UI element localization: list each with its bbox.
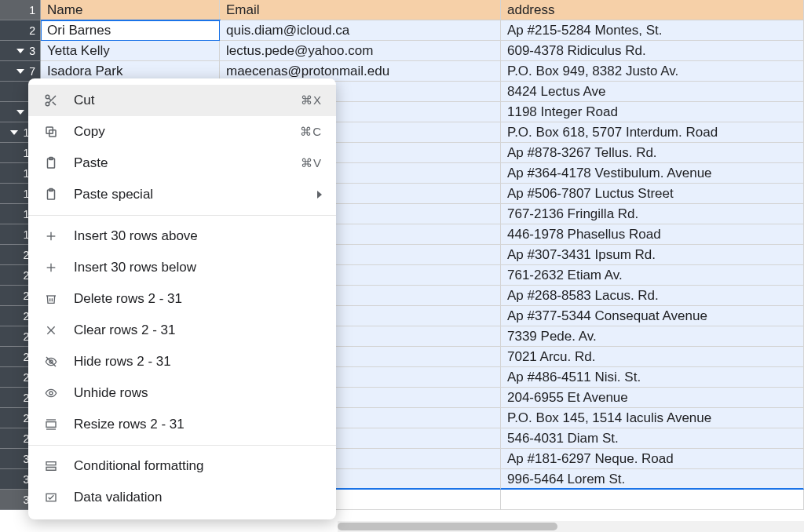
menu-item-label: Cut [74, 93, 301, 108]
cell-address[interactable]: 996-5464 Lorem St. [501, 469, 804, 490]
menu-item-label: Copy [74, 124, 300, 140]
menu-item-label: Unhide rows [74, 385, 322, 401]
svg-rect-22 [46, 422, 56, 428]
menu-resize-rows[interactable]: Resize rows 2 - 31 [28, 409, 336, 440]
cell[interactable] [501, 490, 804, 510]
cell-address[interactable]: 767-2136 Fringilla Rd. [501, 204, 804, 224]
group-toggle-icon[interactable] [16, 49, 24, 53]
menu-paste-special[interactable]: Paste special [28, 179, 336, 210]
cell-address[interactable]: 1198 Integer Road [501, 102, 804, 122]
cell-address[interactable]: 546-4031 Diam St. [501, 428, 804, 449]
shortcut-text: ⌘X [301, 93, 322, 107]
menu-item-label: Paste [74, 155, 301, 171]
menu-cut[interactable]: Cut ⌘X [28, 85, 336, 116]
cut-icon [42, 92, 60, 109]
cell-name[interactable]: Yetta Kelly [41, 41, 220, 61]
menu-paste[interactable]: Paste ⌘V [28, 148, 336, 179]
cell-address[interactable]: Ap #307-3431 Ipsum Rd. [501, 245, 804, 265]
eye-off-icon [42, 353, 60, 370]
submenu-arrow-icon [317, 191, 322, 199]
cell-email[interactable]: quis.diam@icloud.ca [220, 20, 501, 41]
paste-icon [42, 155, 60, 172]
cell-address[interactable]: P.O. Box 949, 8382 Justo Av. [501, 61, 804, 82]
cell-address[interactable]: Ap #215-5284 Montes, St. [501, 20, 804, 41]
cell-address[interactable]: P.O. Box 618, 5707 Interdum. Road [501, 122, 804, 143]
svg-point-1 [46, 102, 49, 106]
menu-item-label: Resize rows 2 - 31 [74, 417, 322, 432]
menu-item-label: Clear rows 2 - 31 [74, 322, 322, 338]
group-toggle-icon[interactable] [16, 69, 24, 74]
row-number: 2 [29, 24, 35, 37]
shortcut-text: ⌘C [300, 125, 322, 139]
cell-email[interactable]: lectus.pede@yahoo.com [220, 41, 501, 61]
plus-icon [42, 259, 60, 276]
row-header[interactable]: 1 [0, 0, 41, 20]
conditional-format-icon [42, 457, 60, 475]
menu-item-label: Insert 30 rows above [74, 228, 322, 244]
row-number: 1 [29, 4, 35, 16]
svg-line-3 [53, 102, 56, 105]
group-toggle-icon[interactable] [16, 110, 24, 115]
row-number: 7 [29, 65, 35, 78]
svg-point-21 [49, 392, 53, 395]
cell-address[interactable]: 204-6955 Et Avenue [501, 388, 804, 408]
row-number: 3 [29, 45, 35, 57]
svg-rect-25 [46, 462, 56, 465]
column-header-name[interactable]: Name [41, 0, 220, 20]
svg-point-0 [46, 95, 49, 99]
menu-item-label: Paste special [74, 187, 317, 202]
cell-address[interactable]: 7021 Arcu. Rd. [501, 347, 804, 367]
menu-copy[interactable]: Copy ⌘C [28, 116, 336, 148]
cell-address[interactable]: 761-2632 Etiam Av. [501, 265, 804, 286]
copy-icon [42, 123, 60, 140]
cell-address[interactable]: Ap #506-7807 Luctus Street [501, 184, 804, 204]
row-header[interactable]: 2 [0, 20, 41, 41]
plus-icon [42, 228, 60, 245]
menu-insert-below[interactable]: Insert 30 rows below [28, 252, 336, 283]
menu-item-label: Delete rows 2 - 31 [74, 291, 322, 307]
cell-address[interactable]: 7339 Pede. Av. [501, 326, 804, 347]
column-header-address[interactable]: address [501, 0, 804, 20]
cell-address[interactable]: Ap #878-3267 Tellus. Rd. [501, 143, 804, 163]
eye-icon [42, 384, 60, 402]
cell-address[interactable]: 446-1978 Phasellus Road [501, 224, 804, 245]
cell-address[interactable]: Ap #364-4178 Vestibulum. Avenue [501, 163, 804, 184]
horizontal-scrollbar[interactable] [338, 521, 804, 532]
cell-address[interactable]: 8424 Lectus Ave [501, 82, 804, 102]
svg-line-4 [49, 98, 51, 100]
trash-icon [42, 290, 60, 308]
menu-clear-rows[interactable]: Clear rows 2 - 31 [28, 315, 336, 346]
svg-rect-26 [46, 467, 56, 470]
menu-item-label: Hide rows 2 - 31 [74, 354, 322, 370]
menu-item-label: Data validation [74, 490, 322, 505]
data-validation-icon [42, 489, 60, 506]
x-icon [42, 322, 60, 339]
cell-name[interactable]: Ori Barnes [41, 20, 220, 41]
cell-address[interactable]: 609-4378 Ridiculus Rd. [501, 41, 804, 61]
paste-special-icon [42, 186, 60, 203]
resize-icon [42, 416, 60, 433]
menu-conditional-formatting[interactable]: Conditional formatting [28, 450, 336, 482]
menu-divider [28, 215, 336, 216]
menu-unhide-rows[interactable]: Unhide rows [28, 377, 336, 409]
column-header-email[interactable]: Email [220, 0, 501, 20]
menu-data-validation[interactable]: Data validation [28, 482, 336, 513]
menu-insert-above[interactable]: Insert 30 rows above [28, 220, 336, 252]
context-menu: Cut ⌘X Copy ⌘C Paste ⌘V Paste special In… [28, 78, 336, 519]
menu-delete-rows[interactable]: Delete rows 2 - 31 [28, 283, 336, 315]
scrollbar-thumb[interactable] [338, 523, 557, 530]
menu-item-label: Conditional formatting [74, 458, 322, 474]
cell-address[interactable]: Ap #181-6297 Neque. Road [501, 449, 804, 469]
cell-address[interactable]: P.O. Box 145, 1514 Iaculis Avenue [501, 408, 804, 428]
menu-divider [28, 445, 336, 446]
cell-address[interactable]: Ap #377-5344 Consequat Avenue [501, 306, 804, 326]
cell-address[interactable]: Ap #268-8583 Lacus. Rd. [501, 286, 804, 306]
cell-address[interactable]: Ap #486-4511 Nisi. St. [501, 367, 804, 388]
shortcut-text: ⌘V [301, 156, 322, 170]
menu-item-label: Insert 30 rows below [74, 260, 322, 275]
menu-hide-rows[interactable]: Hide rows 2 - 31 [28, 346, 336, 377]
row-header[interactable]: 3 [0, 41, 41, 61]
group-toggle-icon[interactable] [10, 130, 18, 135]
